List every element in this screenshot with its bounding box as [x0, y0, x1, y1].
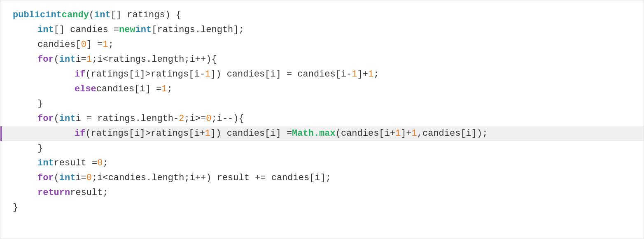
token-num: 0 — [97, 156, 103, 170]
token-plain: ( — [54, 111, 59, 126]
code-line: else candies[i] = 1; — [0, 82, 644, 97]
token-plain: ]+ — [401, 126, 411, 141]
token-plain: ;i>= — [184, 111, 206, 126]
token-num: 0 — [86, 171, 92, 185]
token-num: 1 — [103, 37, 108, 52]
code-line: int result = 0; — [0, 156, 644, 171]
token-plain: ; — [373, 67, 379, 81]
code-line: for(int i = ratings.length-2;i>=0;i--){ — [0, 111, 644, 126]
token-plain: candies[i] = — [96, 82, 161, 96]
token-kw-int: int — [94, 8, 111, 22]
token-num: 0 — [81, 37, 86, 52]
token-plain: result; — [70, 186, 108, 200]
token-plain: (candies[i+ — [336, 126, 395, 141]
token-num: 2 — [179, 111, 184, 126]
token-num: 1 — [352, 67, 357, 81]
token-plain: ( — [54, 171, 59, 185]
token-num: 1 — [395, 126, 401, 141]
token-plain: (ratings[i]>ratings[i- — [85, 67, 205, 81]
token-plain: ; — [167, 82, 172, 96]
token-plain: ;i--){ — [211, 111, 244, 126]
code-block: public int candy(int[] ratings) {int[] c… — [0, 0, 644, 239]
token-kw-if: if — [75, 126, 85, 141]
code-line: } — [0, 141, 644, 156]
code-line: candies[0] = 1; — [0, 37, 644, 52]
token-plain: } — [37, 141, 43, 155]
token-plain: ;i<candies.length;i++) result += candies… — [92, 171, 331, 185]
token-num: 1 — [205, 67, 210, 81]
code-line: } — [0, 97, 644, 111]
code-line: for(int i=1;i<ratings.length;i++){ — [0, 52, 644, 67]
token-plain: ; — [108, 37, 114, 52]
token-kw-new: new — [119, 23, 135, 37]
code-line: int[] candies = new int[ratings.length]; — [0, 23, 644, 37]
code-line: if(ratings[i]>ratings[i+1]) candies[i] =… — [0, 126, 644, 141]
token-kw-int: int — [37, 23, 54, 37]
token-kw-if: if — [75, 67, 85, 81]
token-plain: i= — [75, 52, 86, 67]
token-num: 1 — [412, 126, 417, 141]
token-kw-else: else — [75, 82, 96, 96]
line-bar — [0, 126, 2, 141]
token-plain: ,candies[i]); — [417, 126, 488, 141]
token-plain: ; — [103, 156, 108, 170]
token-num: 1 — [205, 126, 210, 141]
token-kw-int: int — [37, 156, 54, 170]
code-line: for(int i=0;i<candies.length;i++) result… — [0, 171, 644, 186]
token-plain: ( — [54, 52, 59, 67]
token-plain: ]+ — [357, 67, 368, 81]
token-num: 0 — [206, 111, 211, 126]
token-plain: ] = — [86, 37, 103, 52]
token-plain: } — [13, 200, 18, 215]
token-kw-public: public — [13, 8, 45, 22]
token-plain: i = ratings.length- — [75, 111, 179, 126]
token-num: 1 — [86, 52, 92, 67]
token-fn-math: Math.max — [292, 126, 336, 141]
token-plain: i= — [75, 171, 86, 185]
token-plain: ]) candies[i] = — [210, 126, 292, 141]
token-kw-int: int — [59, 111, 76, 126]
token-plain: [] candies = — [54, 23, 119, 37]
code-line: return result; — [0, 186, 644, 200]
token-plain: candies[ — [37, 37, 81, 52]
token-plain: ]) candies[i] = candies[i- — [210, 67, 352, 81]
token-kw-for: for — [37, 111, 54, 126]
token-kw-return: return — [37, 186, 70, 200]
token-kw-int: int — [59, 171, 76, 185]
code-line: public int candy(int[] ratings) { — [0, 8, 644, 23]
token-plain: result = — [54, 156, 98, 170]
code-line: if(ratings[i]>ratings[i-1]) candies[i] =… — [0, 67, 644, 82]
token-kw-int: int — [135, 23, 152, 37]
token-kw-for: for — [37, 171, 54, 185]
token-fn-candy: candy — [62, 8, 89, 22]
token-plain: (ratings[i]>ratings[i+ — [85, 126, 205, 141]
token-plain: ;i<ratings.length;i++){ — [92, 52, 217, 67]
token-kw-int: int — [45, 8, 62, 22]
token-plain: } — [37, 97, 43, 111]
token-plain: ( — [89, 8, 94, 22]
token-num: 1 — [368, 67, 373, 81]
token-kw-for: for — [37, 52, 54, 67]
token-kw-int: int — [59, 52, 76, 67]
token-plain: [ratings.length]; — [152, 23, 244, 37]
token-plain: [] ratings) { — [111, 8, 182, 22]
code-line: } — [0, 200, 644, 215]
token-num: 1 — [161, 82, 167, 96]
